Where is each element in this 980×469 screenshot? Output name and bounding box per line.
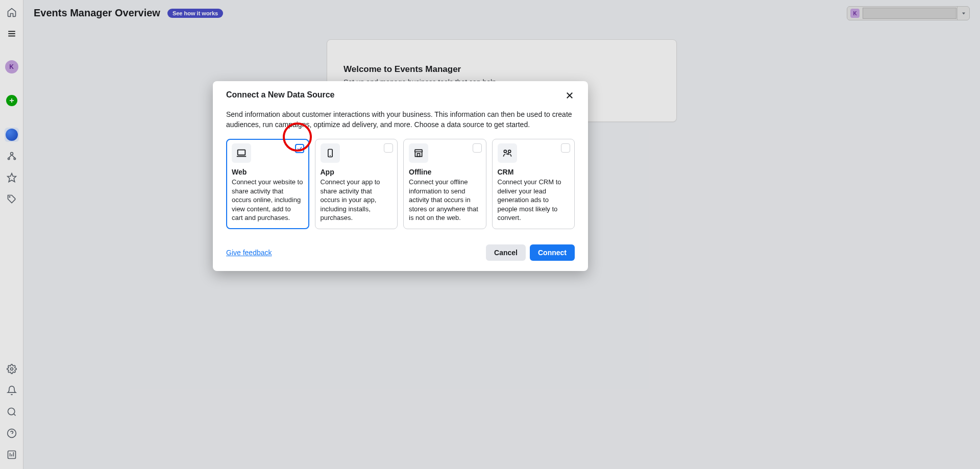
- svg-point-30: [508, 150, 510, 153]
- source-title-offline: Offline: [409, 168, 481, 176]
- source-check-web[interactable]: [295, 144, 304, 153]
- mobile-icon: [321, 143, 340, 163]
- svg-rect-28: [418, 154, 420, 157]
- source-desc-web: Connect your website to share activity t…: [232, 178, 304, 223]
- modal-description: Send information about customer interact…: [226, 110, 575, 130]
- cancel-button[interactable]: Cancel: [486, 244, 526, 261]
- people-transfer-icon: [498, 143, 517, 163]
- source-check-app[interactable]: [384, 143, 393, 153]
- source-check-offline[interactable]: [473, 143, 482, 153]
- source-check-crm[interactable]: [561, 143, 570, 153]
- source-title-crm: CRM: [498, 168, 570, 176]
- store-icon: [409, 143, 428, 163]
- source-card-web[interactable]: Web Connect your website to share activi…: [226, 139, 309, 229]
- svg-point-29: [504, 150, 506, 153]
- connect-button[interactable]: Connect: [530, 244, 575, 261]
- source-card-offline[interactable]: Offline Connect your offline information…: [403, 139, 486, 229]
- laptop-icon: [232, 143, 251, 163]
- close-icon[interactable]: [565, 90, 575, 101]
- modal-title: Connect a New Data Source: [226, 90, 335, 100]
- source-card-crm[interactable]: CRM Connect your CRM to deliver your lea…: [492, 139, 575, 229]
- source-title-web: Web: [232, 168, 304, 176]
- source-title-app: App: [321, 168, 393, 176]
- source-card-app[interactable]: App Connect your app to share activity t…: [315, 139, 398, 229]
- connect-data-source-modal: Connect a New Data Source Send informati…: [213, 81, 588, 271]
- give-feedback-link[interactable]: Give feedback: [226, 249, 272, 257]
- source-desc-crm: Connect your CRM to deliver your lead ge…: [498, 178, 570, 223]
- source-desc-app: Connect your app to share activity that …: [321, 178, 393, 223]
- source-desc-offline: Connect your offline information to send…: [409, 178, 481, 223]
- svg-rect-24: [238, 150, 246, 155]
